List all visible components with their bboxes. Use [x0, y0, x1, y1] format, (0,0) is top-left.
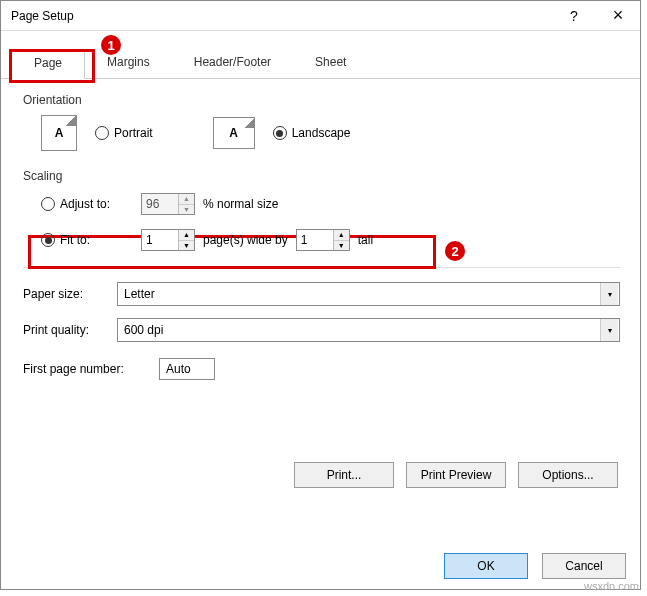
adjust-to-input[interactable]: [142, 194, 178, 214]
tab-margins[interactable]: Margins: [85, 49, 172, 79]
dialog-action-row: Print... Print Preview Options...: [23, 462, 620, 488]
adjust-to-radio[interactable]: Adjust to:: [41, 197, 133, 211]
paper-size-combo[interactable]: Letter ▾: [117, 282, 620, 306]
fit-wide-spinner[interactable]: ▲▼: [141, 229, 195, 251]
scaling-label: Scaling: [23, 169, 620, 183]
tab-content: Orientation A Portrait A Landscape Scali…: [1, 79, 640, 488]
paper-size-value: Letter: [124, 287, 155, 301]
options-button[interactable]: Options...: [518, 462, 618, 488]
portrait-icon: A: [41, 115, 77, 151]
cancel-button[interactable]: Cancel: [542, 553, 626, 579]
dialog-footer: OK Cancel: [15, 553, 626, 579]
portrait-radio[interactable]: Portrait: [95, 126, 153, 140]
paper-size-label: Paper size:: [23, 287, 117, 301]
first-page-input[interactable]: Auto: [159, 358, 215, 380]
fit-to-radio[interactable]: Fit to:: [41, 233, 133, 247]
adjust-to-row: Adjust to: ▲▼ % normal size: [41, 191, 620, 217]
fit-tall-spinner[interactable]: ▲▼: [296, 229, 350, 251]
print-quality-value: 600 dpi: [124, 323, 163, 337]
first-page-row: First page number: Auto: [23, 358, 620, 380]
chevron-down-icon: ▾: [600, 319, 618, 341]
titlebar: Page Setup ? ×: [1, 1, 640, 31]
adjust-to-spinner[interactable]: ▲▼: [141, 193, 195, 215]
radio-circle-selected: [41, 233, 55, 247]
tab-page[interactable]: Page: [11, 49, 85, 79]
landscape-radio-label: Landscape: [292, 126, 351, 140]
print-preview-button[interactable]: Print Preview: [406, 462, 506, 488]
help-button[interactable]: ?: [552, 1, 596, 31]
radio-circle-selected: [273, 126, 287, 140]
fit-suffix-label: tall: [358, 233, 373, 247]
adjust-to-suffix: % normal size: [203, 197, 278, 211]
print-button[interactable]: Print...: [294, 462, 394, 488]
landscape-icon: A: [213, 117, 255, 149]
spinner-arrows[interactable]: ▲▼: [178, 194, 194, 214]
landscape-radio[interactable]: Landscape: [273, 126, 351, 140]
fit-to-row: Fit to: ▲▼ page(s) wide by ▲▼ tall: [41, 227, 620, 253]
separator: [23, 267, 620, 268]
first-page-label: First page number:: [23, 362, 159, 376]
tab-headerfooter[interactable]: Header/Footer: [172, 49, 293, 79]
adjust-to-label: Adjust to:: [60, 197, 110, 211]
scaling-section: Scaling Adjust to: ▲▼ % normal size 2: [23, 169, 620, 253]
paper-size-row: Paper size: Letter ▾: [23, 282, 620, 306]
fit-mid-label: page(s) wide by: [203, 233, 288, 247]
fit-tall-input[interactable]: [297, 230, 333, 250]
annotation-2: 2: [443, 239, 467, 263]
fit-wide-input[interactable]: [142, 230, 178, 250]
chevron-down-icon: ▾: [600, 283, 618, 305]
annotation-1: 1: [99, 33, 123, 57]
watermark: wsxdn.com: [584, 580, 639, 592]
tab-sheet[interactable]: Sheet: [293, 49, 368, 79]
dialog-title: Page Setup: [11, 9, 552, 23]
close-button[interactable]: ×: [596, 1, 640, 31]
print-quality-combo[interactable]: 600 dpi ▾: [117, 318, 620, 342]
page-setup-dialog: Page Setup ? × 1 Page Margins Header/Foo…: [0, 0, 641, 590]
print-quality-label: Print quality:: [23, 323, 117, 337]
print-quality-row: Print quality: 600 dpi ▾: [23, 318, 620, 342]
orientation-label: Orientation: [23, 93, 620, 107]
spinner-arrows[interactable]: ▲▼: [178, 230, 194, 250]
fit-to-label: Fit to:: [60, 233, 90, 247]
portrait-radio-label: Portrait: [114, 126, 153, 140]
radio-circle: [95, 126, 109, 140]
orientation-row: A Portrait A Landscape: [23, 115, 620, 151]
ok-button[interactable]: OK: [444, 553, 528, 579]
spinner-arrows[interactable]: ▲▼: [333, 230, 349, 250]
tab-strip: Page Margins Header/Footer Sheet: [1, 49, 640, 79]
radio-circle: [41, 197, 55, 211]
